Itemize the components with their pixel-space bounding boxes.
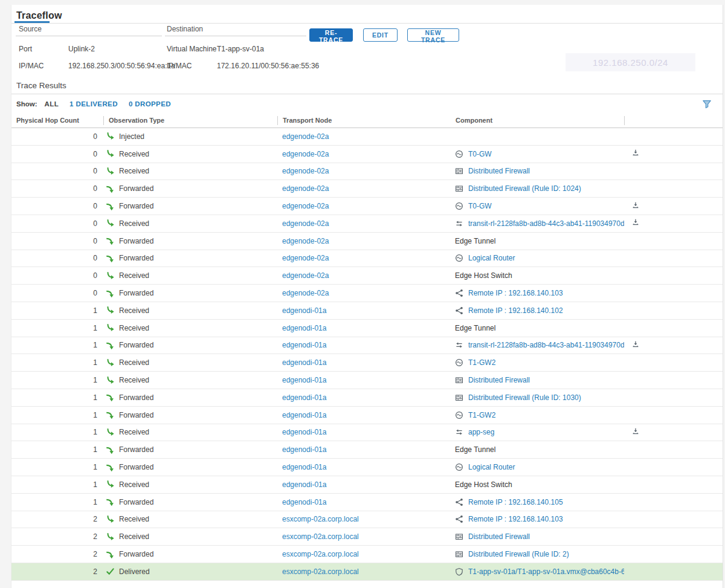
component-label[interactable]: T1-GW2 — [468, 411, 495, 419]
transport-node-link[interactable]: edgenodi-01a — [282, 324, 326, 332]
edit-button[interactable]: EDIT — [363, 28, 398, 42]
transport-node-link[interactable]: edgenodi-01a — [282, 341, 326, 349]
component-label[interactable]: transit-rl-2128fa8b-ad8b-44c3-ab41-11903… — [468, 219, 624, 228]
component-label[interactable]: T1-GW2 — [468, 358, 495, 367]
transport-node-link[interactable]: esxcomp-02a.corp.local — [282, 532, 359, 541]
transport-node-link[interactable]: edgenodi-01a — [282, 306, 326, 315]
table-row[interactable]: 1 Forwarded edgenodi-01a Remote IP : 192… — [11, 494, 723, 511]
table-row[interactable]: 0 Injected edgenode-02a — [11, 128, 723, 146]
hop-count: 0 — [11, 237, 103, 245]
share-icon — [455, 289, 463, 297]
hop-count: 1 — [11, 376, 103, 384]
table-row[interactable]: 0 Received edgenode-02a Edge Host Switch — [11, 267, 723, 285]
table-row[interactable]: 1 Forwarded edgenodi-01a T1-GW2 — [11, 407, 723, 424]
component-label[interactable]: Distributed Firewall — [468, 167, 530, 175]
component-label[interactable]: Distributed Firewall (Rule ID: 2) — [468, 550, 569, 558]
component-label[interactable]: Logical Router — [468, 463, 515, 471]
forwarded-arrow-icon — [106, 393, 115, 402]
table-row[interactable]: 1 Received edgenodi-01a Distributed Fire… — [11, 372, 723, 389]
hop-count: 0 — [11, 271, 103, 280]
component-label[interactable]: Remote IP : 192.168.140.103 — [468, 515, 563, 523]
table-row[interactable]: 1 Received edgenodi-01a Edge Tunnel — [11, 320, 723, 337]
component-label[interactable]: Logical Router — [468, 254, 515, 262]
table-row[interactable]: 1 Forwarded edgenodi-01a Logical Router — [11, 459, 723, 476]
table-row[interactable]: 1 Received edgenodi-01a app-seg — [11, 424, 723, 442]
table-row[interactable]: 0 Received edgenode-02a Distributed Fire… — [11, 163, 723, 181]
transport-node-link[interactable]: esxcomp-02a.corp.local — [282, 567, 359, 576]
transport-node-link[interactable]: edgenodi-01a — [282, 463, 326, 471]
component-label[interactable]: transit-rl-2128fa8b-ad8b-44c3-ab41-11903… — [468, 341, 624, 349]
filter-delivered[interactable]: 1 DELIVERED — [69, 100, 118, 108]
transport-node-link[interactable]: edgenode-02a — [282, 219, 329, 228]
component-label[interactable]: T0-GW — [468, 150, 492, 158]
table-row[interactable]: 2 Forwarded esxcomp-02a.corp.local Distr… — [11, 546, 723, 563]
table-row[interactable]: 0 Forwarded edgenode-02a Remote IP : 192… — [11, 285, 723, 302]
transport-node-link[interactable]: edgenodi-01a — [282, 358, 326, 367]
filter-funnel-icon[interactable] — [702, 99, 712, 109]
transport-node-link[interactable]: edgenodi-01a — [282, 445, 326, 454]
table-row[interactable]: 0 Received edgenode-02a T0-GW — [11, 146, 723, 163]
component-label[interactable]: T0-GW — [468, 202, 492, 210]
transport-node-link[interactable]: edgenode-02a — [282, 132, 329, 141]
table-row[interactable]: 1 Received edgenodi-01a Remote IP : 192.… — [11, 302, 723, 320]
observation-type-label: Forwarded — [119, 445, 153, 454]
hop-count: 0 — [11, 254, 103, 262]
table-row[interactable]: 2 Received esxcomp-02a.corp.local Distri… — [11, 528, 723, 546]
forwarded-arrow-icon — [106, 289, 115, 298]
transport-node-link[interactable]: edgenode-02a — [282, 289, 329, 297]
component-label[interactable]: Distributed Firewall (Rule ID: 1030) — [468, 393, 581, 402]
transport-node-link[interactable]: edgenode-02a — [282, 150, 329, 158]
transport-node-link[interactable]: edgenodi-01a — [282, 393, 326, 402]
component-label[interactable]: Distributed Firewall (Rule ID: 1024) — [468, 184, 581, 193]
table-row[interactable]: 1 Received edgenodi-01a Edge Host Switch — [11, 476, 723, 494]
table-row[interactable]: 0 Forwarded edgenode-02a Distributed Fir… — [11, 180, 723, 198]
forwarded-arrow-icon — [106, 410, 115, 419]
transport-node-link[interactable]: esxcomp-02a.corp.local — [282, 550, 359, 558]
filter-dropped[interactable]: 0 DROPPED — [129, 100, 171, 108]
transport-node-link[interactable]: edgenode-02a — [282, 202, 329, 210]
component-label[interactable]: Distributed Firewall — [468, 376, 530, 384]
table-row[interactable]: 1 Forwarded edgenodi-01a Distributed Fir… — [11, 389, 723, 407]
col-component: Component — [451, 116, 624, 125]
title-divider — [11, 23, 723, 24]
table-row[interactable]: 2 Delivered esxcomp-02a.corp.local T1-ap… — [11, 563, 723, 581]
filter-all[interactable]: ALL — [45, 100, 59, 108]
segment-icon — [455, 341, 463, 349]
transport-node-link[interactable]: edgenodi-01a — [282, 411, 326, 419]
table-row[interactable]: 2 Received esxcomp-02a.corp.local Remote… — [11, 511, 723, 529]
table-row[interactable]: 1 Received edgenodi-01a T1-GW2 — [11, 354, 723, 372]
re-trace-button[interactable]: RE-TRACE — [309, 28, 353, 42]
transport-node-link[interactable]: edgenode-02a — [282, 184, 329, 193]
component-label[interactable]: Remote IP : 192.168.140.105 — [468, 498, 563, 506]
component-label[interactable]: app-seg — [468, 428, 494, 436]
transport-node-link[interactable]: edgenodi-01a — [282, 480, 326, 489]
destination-ipmac-value: 172.16.20.11/00:50:56:ae:55:36 — [217, 62, 319, 70]
observation-type-label: Received — [119, 150, 149, 158]
source-section-label: Source — [19, 25, 42, 33]
transport-node-link[interactable]: edgenodi-01a — [282, 498, 326, 506]
transport-node-link[interactable]: edgenode-02a — [282, 167, 329, 175]
observation-type-label: Forwarded — [119, 237, 153, 245]
transport-node-link[interactable]: edgenode-02a — [282, 237, 329, 245]
transport-node-link[interactable]: edgenodi-01a — [282, 376, 326, 384]
component-label[interactable]: Remote IP : 192.168.140.103 — [468, 289, 563, 297]
table-row[interactable]: 1 Forwarded edgenodi-01a transit-rl-2128… — [11, 337, 723, 355]
table-row[interactable]: 0 Forwarded edgenode-02a Logical Router — [11, 250, 723, 268]
show-filter-row: Show: ALL 1 DELIVERED 0 DROPPED — [16, 100, 182, 108]
transport-node-link[interactable]: esxcomp-02a.corp.local — [282, 515, 359, 523]
new-trace-button[interactable]: NEW TRACE — [407, 28, 459, 42]
observation-type-label: Received — [119, 219, 149, 228]
observation-type-label: Forwarded — [119, 411, 153, 419]
transport-node-link[interactable]: edgenode-02a — [282, 271, 329, 280]
component-label[interactable]: Remote IP : 192.168.140.102 — [468, 306, 563, 315]
component-label[interactable]: Distributed Firewall — [468, 532, 530, 541]
table-row[interactable]: 0 Received edgenode-02a transit-rl-2128f… — [11, 215, 723, 233]
component-label[interactable]: T1-app-sv-01a/T1-app-sv-01a.vmx@cba60c4b… — [468, 567, 624, 576]
transport-node-link[interactable]: edgenodi-01a — [282, 428, 326, 436]
table-row[interactable]: 1 Forwarded edgenodi-01a Edge Tunnel — [11, 441, 723, 459]
table-row[interactable]: 0 Forwarded edgenode-02a Edge Tunnel — [11, 233, 723, 250]
transport-node-link[interactable]: edgenode-02a — [282, 254, 329, 262]
hop-count: 2 — [11, 567, 103, 576]
hop-count: 1 — [11, 324, 103, 332]
table-row[interactable]: 0 Forwarded edgenode-02a T0-GW — [11, 198, 723, 215]
